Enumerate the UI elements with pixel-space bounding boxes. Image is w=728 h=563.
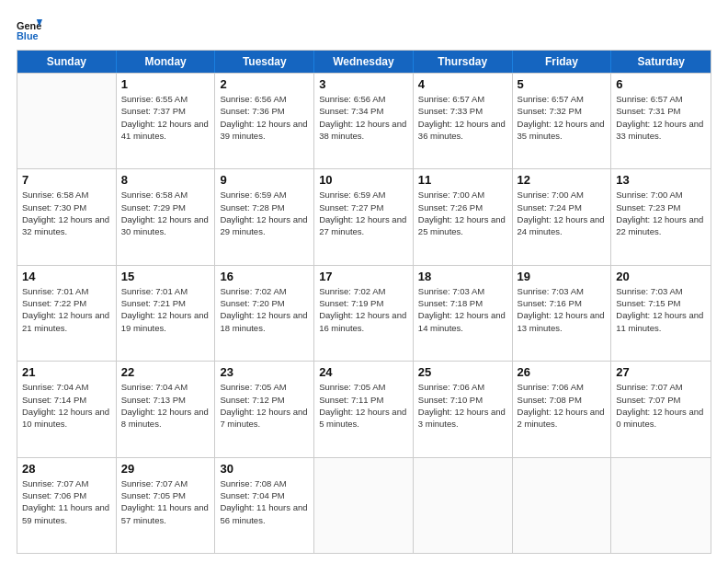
day-info: Sunrise: 7:07 AMSunset: 7:06 PMDaylight:… <box>22 477 111 526</box>
day-info: Sunrise: 6:59 AMSunset: 7:28 PMDaylight:… <box>220 189 309 237</box>
header-day-saturday: Saturday <box>611 51 711 73</box>
cal-cell: 22Sunrise: 7:04 AMSunset: 7:13 PMDayligh… <box>117 362 216 456</box>
day-info: Sunrise: 7:02 AMSunset: 7:19 PMDaylight:… <box>319 285 408 334</box>
day-info: Sunrise: 7:01 AMSunset: 7:21 PMDaylight:… <box>121 285 210 334</box>
header-day-tuesday: Tuesday <box>215 51 314 73</box>
day-number: 15 <box>121 270 210 283</box>
day-number: 8 <box>121 173 210 187</box>
day-info: Sunrise: 7:01 AMSunset: 7:22 PMDaylight:… <box>22 285 111 334</box>
day-number: 14 <box>22 270 111 283</box>
day-number: 2 <box>220 77 309 91</box>
day-number: 28 <box>22 462 111 476</box>
cal-cell <box>414 458 513 553</box>
day-number: 29 <box>121 462 210 476</box>
day-number: 13 <box>616 173 706 187</box>
day-info: Sunrise: 6:57 AMSunset: 7:32 PMDaylight:… <box>518 93 607 142</box>
day-info: Sunrise: 6:56 AMSunset: 7:36 PMDaylight:… <box>220 93 309 142</box>
cal-cell: 16Sunrise: 7:02 AMSunset: 7:20 PMDayligh… <box>215 266 314 361</box>
cal-cell: 3Sunrise: 6:56 AMSunset: 7:34 PMDaylight… <box>314 74 414 168</box>
cal-cell: 5Sunrise: 6:57 AMSunset: 7:32 PMDaylight… <box>513 74 612 168</box>
header-day-thursday: Thursday <box>414 51 513 73</box>
day-info: Sunrise: 7:00 AMSunset: 7:24 PMDaylight:… <box>518 189 607 237</box>
logo-icon: General Blue <box>17 17 42 42</box>
day-info: Sunrise: 7:03 AMSunset: 7:15 PMDaylight:… <box>616 285 706 334</box>
day-number: 19 <box>518 270 607 283</box>
day-number: 30 <box>220 462 309 476</box>
day-info: Sunrise: 7:07 AMSunset: 7:05 PMDaylight:… <box>121 477 210 526</box>
day-number: 23 <box>220 365 309 379</box>
cal-cell <box>314 458 414 553</box>
cal-cell: 21Sunrise: 7:04 AMSunset: 7:14 PMDayligh… <box>17 362 117 456</box>
day-number: 1 <box>121 77 210 91</box>
cal-cell: 18Sunrise: 7:03 AMSunset: 7:18 PMDayligh… <box>414 266 513 361</box>
day-info: Sunrise: 7:05 AMSunset: 7:12 PMDaylight:… <box>220 381 309 430</box>
day-number: 22 <box>121 365 210 379</box>
cal-cell: 15Sunrise: 7:01 AMSunset: 7:21 PMDayligh… <box>117 266 216 361</box>
cal-cell <box>611 458 711 553</box>
day-number: 7 <box>22 173 111 187</box>
week-row-1: 1Sunrise: 6:55 AMSunset: 7:37 PMDaylight… <box>17 73 711 168</box>
page: General Blue SundayMondayTuesdayWednesda… <box>0 0 728 563</box>
cal-cell: 20Sunrise: 7:03 AMSunset: 7:15 PMDayligh… <box>611 266 711 361</box>
day-info: Sunrise: 7:04 AMSunset: 7:14 PMDaylight:… <box>22 381 111 430</box>
day-info: Sunrise: 7:03 AMSunset: 7:16 PMDaylight:… <box>518 285 607 334</box>
day-number: 20 <box>616 270 706 283</box>
day-info: Sunrise: 7:06 AMSunset: 7:10 PMDaylight:… <box>418 381 507 430</box>
day-info: Sunrise: 7:02 AMSunset: 7:20 PMDaylight:… <box>220 285 309 334</box>
day-info: Sunrise: 6:55 AMSunset: 7:37 PMDaylight:… <box>121 93 210 142</box>
day-number: 5 <box>518 77 607 91</box>
cal-cell <box>17 74 117 168</box>
day-info: Sunrise: 7:06 AMSunset: 7:08 PMDaylight:… <box>518 381 607 430</box>
day-number: 25 <box>418 365 507 379</box>
header-day-monday: Monday <box>117 51 216 73</box>
header-day-friday: Friday <box>513 51 612 73</box>
day-info: Sunrise: 6:59 AMSunset: 7:27 PMDaylight:… <box>319 189 408 237</box>
day-number: 18 <box>418 270 507 283</box>
day-info: Sunrise: 6:56 AMSunset: 7:34 PMDaylight:… <box>319 93 408 142</box>
day-info: Sunrise: 7:00 AMSunset: 7:23 PMDaylight:… <box>616 189 706 237</box>
day-info: Sunrise: 6:57 AMSunset: 7:31 PMDaylight:… <box>616 93 706 142</box>
day-number: 4 <box>418 77 507 91</box>
cal-cell: 9Sunrise: 6:59 AMSunset: 7:28 PMDaylight… <box>215 169 314 264</box>
cal-cell: 11Sunrise: 7:00 AMSunset: 7:26 PMDayligh… <box>414 169 513 264</box>
day-number: 17 <box>319 270 408 283</box>
calendar-header: SundayMondayTuesdayWednesdayThursdayFrid… <box>17 51 711 73</box>
cal-cell: 1Sunrise: 6:55 AMSunset: 7:37 PMDaylight… <box>117 74 216 168</box>
day-number: 3 <box>319 77 408 91</box>
cal-cell: 27Sunrise: 7:07 AMSunset: 7:07 PMDayligh… <box>611 362 711 456</box>
day-number: 10 <box>319 173 408 187</box>
cal-cell: 13Sunrise: 7:00 AMSunset: 7:23 PMDayligh… <box>611 169 711 264</box>
header: General Blue <box>17 17 711 42</box>
cal-cell: 6Sunrise: 6:57 AMSunset: 7:31 PMDaylight… <box>611 74 711 168</box>
cal-cell: 29Sunrise: 7:07 AMSunset: 7:05 PMDayligh… <box>117 458 216 553</box>
svg-text:Blue: Blue <box>17 30 39 41</box>
day-info: Sunrise: 7:03 AMSunset: 7:18 PMDaylight:… <box>418 285 507 334</box>
day-number: 6 <box>616 77 706 91</box>
week-row-5: 28Sunrise: 7:07 AMSunset: 7:06 PMDayligh… <box>17 457 711 553</box>
day-number: 24 <box>319 365 408 379</box>
day-number: 11 <box>418 173 507 187</box>
cal-cell: 2Sunrise: 6:56 AMSunset: 7:36 PMDaylight… <box>215 74 314 168</box>
day-number: 26 <box>518 365 607 379</box>
cal-cell <box>513 458 612 553</box>
cal-cell: 28Sunrise: 7:07 AMSunset: 7:06 PMDayligh… <box>17 458 117 553</box>
cal-cell: 24Sunrise: 7:05 AMSunset: 7:11 PMDayligh… <box>314 362 414 456</box>
day-info: Sunrise: 7:07 AMSunset: 7:07 PMDaylight:… <box>616 381 706 430</box>
day-number: 9 <box>220 173 309 187</box>
cal-cell: 4Sunrise: 6:57 AMSunset: 7:33 PMDaylight… <box>414 74 513 168</box>
cal-cell: 17Sunrise: 7:02 AMSunset: 7:19 PMDayligh… <box>314 266 414 361</box>
cal-cell: 8Sunrise: 6:58 AMSunset: 7:29 PMDaylight… <box>117 169 216 264</box>
day-info: Sunrise: 6:58 AMSunset: 7:30 PMDaylight:… <box>22 189 111 237</box>
header-day-sunday: Sunday <box>17 51 117 73</box>
cal-cell: 7Sunrise: 6:58 AMSunset: 7:30 PMDaylight… <box>17 169 117 264</box>
week-row-2: 7Sunrise: 6:58 AMSunset: 7:30 PMDaylight… <box>17 168 711 264</box>
logo: General Blue <box>17 17 42 42</box>
day-number: 27 <box>616 365 706 379</box>
day-number: 12 <box>518 173 607 187</box>
day-info: Sunrise: 7:04 AMSunset: 7:13 PMDaylight:… <box>121 381 210 430</box>
header-day-wednesday: Wednesday <box>314 51 414 73</box>
day-number: 16 <box>220 270 309 283</box>
day-info: Sunrise: 6:58 AMSunset: 7:29 PMDaylight:… <box>121 189 210 237</box>
cal-cell: 19Sunrise: 7:03 AMSunset: 7:16 PMDayligh… <box>513 266 612 361</box>
cal-cell: 30Sunrise: 7:08 AMSunset: 7:04 PMDayligh… <box>215 458 314 553</box>
